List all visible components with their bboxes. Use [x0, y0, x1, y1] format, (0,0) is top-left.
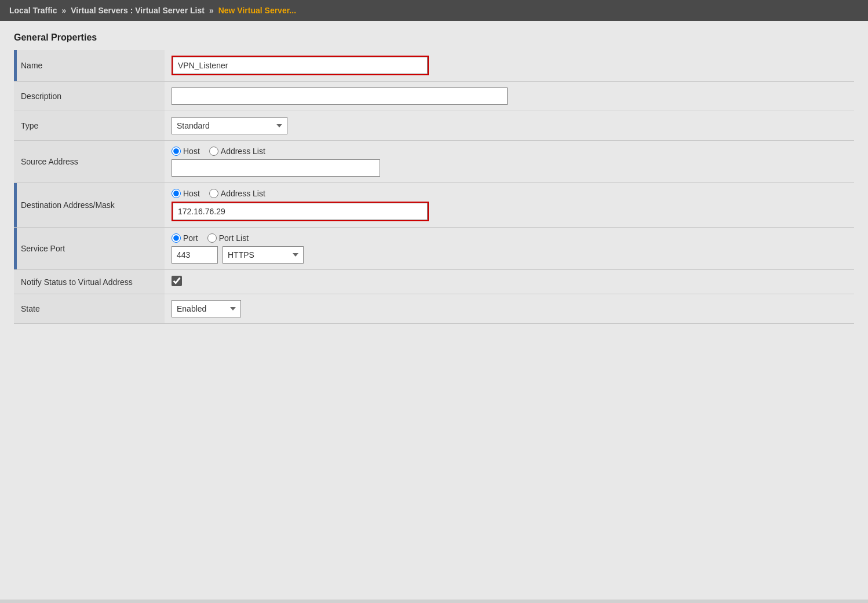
name-row: Name	[14, 50, 854, 82]
notify-value-cell	[165, 270, 854, 294]
source-address-value-cell: Host Address List	[165, 141, 854, 183]
destination-label: Destination Address/Mask	[14, 183, 165, 228]
source-host-radio[interactable]	[172, 147, 181, 156]
source-address-list-radio-text: Address List	[221, 147, 265, 156]
name-input-wrapper	[172, 56, 429, 75]
https-select[interactable]: HTTPS HTTP FTP SSH Telnet SMTP DNS Other	[223, 246, 304, 264]
destination-radio-group: Host Address List	[172, 189, 847, 198]
notify-checkbox[interactable]	[172, 276, 182, 286]
source-address-list-radio[interactable]	[209, 147, 218, 156]
source-radio-group: Host Address List	[172, 147, 847, 156]
type-select[interactable]: Standard Performance (HTTP) Performance …	[172, 117, 287, 134]
destination-input[interactable]	[173, 203, 428, 220]
notify-label: Notify Status to Virtual Address	[14, 270, 165, 294]
destination-address-list-radio-label[interactable]: Address List	[209, 189, 265, 198]
source-address-input[interactable]	[172, 159, 380, 177]
description-value-cell	[165, 82, 854, 111]
state-select[interactable]: Enabled Disabled	[172, 300, 241, 317]
destination-input-wrapper	[172, 202, 429, 221]
source-host-radio-label[interactable]: Host	[172, 147, 200, 156]
type-row: Type Standard Performance (HTTP) Perform…	[14, 111, 854, 141]
source-address-list-radio-label[interactable]: Address List	[209, 147, 265, 156]
section-title: General Properties	[14, 32, 854, 43]
port-radio-group: Port Port List	[172, 233, 847, 243]
port-radio[interactable]	[172, 233, 181, 243]
notify-row: Notify Status to Virtual Address	[14, 270, 854, 294]
breadcrumb-part2: Virtual Servers : Virtual Server List	[71, 6, 205, 15]
port-radio-text: Port	[183, 233, 198, 243]
main-content: General Properties Name Description Type…	[0, 21, 868, 600]
destination-host-radio[interactable]	[172, 189, 181, 198]
name-input[interactable]	[173, 57, 428, 74]
source-host-radio-text: Host	[183, 147, 200, 156]
type-label: Type	[14, 111, 165, 141]
breadcrumb-part1: Local Traffic	[9, 6, 57, 15]
destination-value-cell: Host Address List	[165, 183, 854, 228]
destination-row: Destination Address/Mask Host Address Li…	[14, 183, 854, 228]
destination-address-list-radio-text: Address List	[221, 189, 265, 198]
general-properties-form: Name Description Type Standard Performan…	[14, 50, 854, 324]
type-value-cell: Standard Performance (HTTP) Performance …	[165, 111, 854, 141]
state-value-cell: Enabled Disabled	[165, 294, 854, 324]
name-label: Name	[14, 50, 165, 82]
source-address-label: Source Address	[14, 141, 165, 183]
port-input-row: HTTPS HTTP FTP SSH Telnet SMTP DNS Other	[172, 246, 847, 264]
source-address-row: Source Address Host Address List	[14, 141, 854, 183]
breadcrumb-sep2: »	[209, 6, 214, 15]
port-input[interactable]	[172, 246, 218, 264]
port-radio-label[interactable]: Port	[172, 233, 198, 243]
destination-host-radio-label[interactable]: Host	[172, 189, 200, 198]
breadcrumb-part3: New Virtual Server...	[218, 6, 296, 15]
breadcrumb-bar: Local Traffic » Virtual Servers : Virtua…	[0, 0, 868, 21]
state-row: State Enabled Disabled	[14, 294, 854, 324]
description-label: Description	[14, 82, 165, 111]
destination-host-radio-text: Host	[183, 189, 200, 198]
state-label: State	[14, 294, 165, 324]
destination-address-list-radio[interactable]	[209, 189, 218, 198]
port-list-radio-label[interactable]: Port List	[207, 233, 249, 243]
description-input[interactable]	[172, 87, 508, 105]
service-port-label: Service Port	[14, 228, 165, 270]
name-value-cell	[165, 50, 854, 82]
service-port-value-cell: Port Port List HTTPS HTTP FTP SSH Telnet	[165, 228, 854, 270]
port-list-radio[interactable]	[207, 233, 217, 243]
service-port-row: Service Port Port Port List HTTPS	[14, 228, 854, 270]
port-list-radio-text: Port List	[219, 233, 249, 243]
breadcrumb-sep1: »	[61, 6, 66, 15]
description-row: Description	[14, 82, 854, 111]
